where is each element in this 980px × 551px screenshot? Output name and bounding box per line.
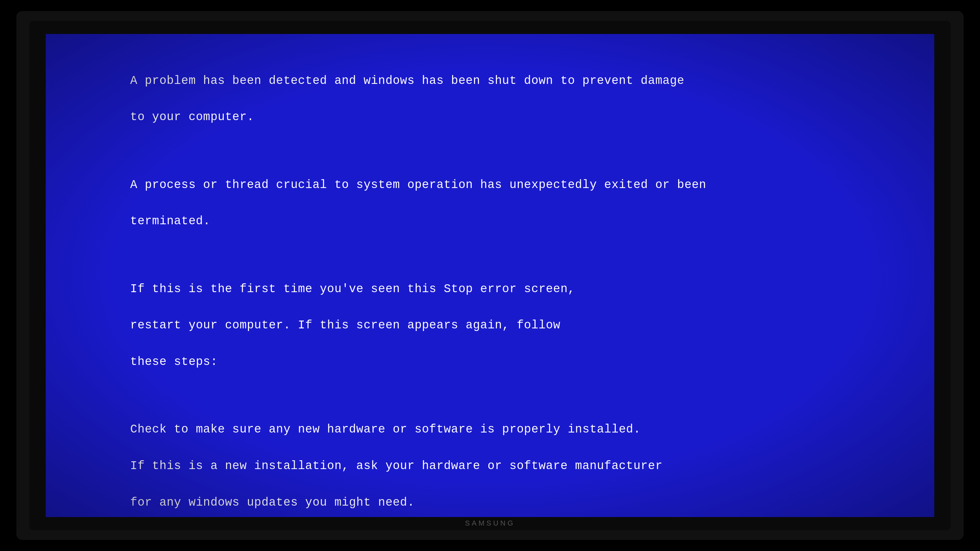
bsod-line-3: A process or thread crucial to system op…: [130, 178, 706, 192]
bsod-line-10: for any windows updates you might need.: [130, 496, 415, 509]
bsod-line-2: to your computer.: [130, 110, 255, 124]
monitor-brand-label: SAMSUNG: [465, 519, 515, 527]
bsod-line-9: If this is a new installation, ask your …: [130, 459, 663, 473]
bsod-line-7: these steps:: [130, 355, 218, 368]
bsod-screen: A problem has been detected and windows …: [46, 34, 934, 517]
monitor-outer: A problem has been detected and windows …: [16, 11, 964, 540]
bsod-line-8: Check to make sure any new hardware or s…: [130, 423, 641, 436]
bsod-content: A problem has been detected and windows …: [46, 34, 934, 517]
bsod-line-6: restart your computer. If this screen ap…: [130, 319, 560, 332]
bsod-line-1: A problem has been detected and windows …: [130, 74, 685, 87]
monitor-bezel: A problem has been detected and windows …: [29, 21, 951, 530]
bsod-line-5: If this is the first time you've seen th…: [130, 283, 575, 296]
bsod-line-4: terminated.: [130, 214, 211, 228]
